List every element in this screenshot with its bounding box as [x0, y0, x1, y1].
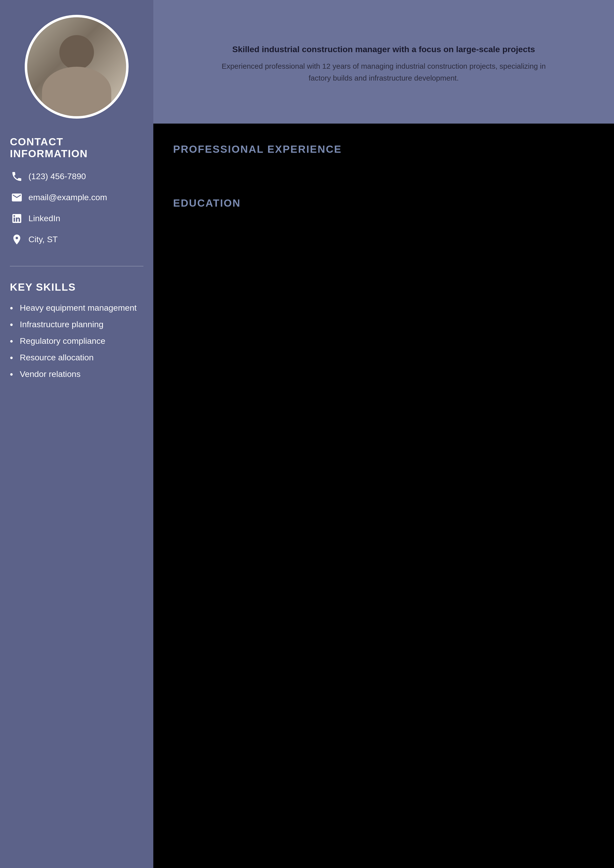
contact-linkedin: LinkedIn [10, 212, 60, 225]
skill-5: Vendor relations [10, 369, 137, 379]
contact-email: email@example.com [10, 191, 107, 204]
location-icon [10, 232, 23, 246]
linkedin-text: LinkedIn [28, 214, 60, 223]
education-section: EDUCATION [153, 177, 614, 231]
summary: Experienced professional with 12 years o… [211, 60, 557, 84]
phone-icon [10, 169, 23, 183]
linkedin-icon [10, 212, 23, 225]
contact-phone: (123) 456-7890 [10, 169, 86, 183]
main-content: Skilled industrial construction manager … [153, 0, 614, 868]
skill-1: Heavy equipment management [10, 303, 137, 313]
contact-section-title: CONTACT INFORMATION [10, 136, 143, 160]
skills-section-title: KEY SKILLS [10, 281, 76, 293]
phone-text: (123) 456-7890 [28, 172, 86, 181]
skills-list: Heavy equipment management Infrastructur… [10, 303, 137, 386]
experience-section: PROFESSIONAL EXPERIENCE [153, 124, 614, 177]
email-icon [10, 191, 23, 204]
header-section: Skilled industrial construction manager … [153, 0, 614, 124]
divider-1 [10, 266, 143, 267]
sidebar: CONTACT INFORMATION (123) 456-7890 email… [0, 0, 153, 868]
skill-2: Infrastructure planning [10, 319, 137, 329]
education-section-title: EDUCATION [173, 197, 594, 209]
experience-section-title: PROFESSIONAL EXPERIENCE [173, 143, 594, 155]
contact-location: City, ST [10, 232, 58, 246]
skill-4: Resource allocation [10, 353, 137, 362]
location-text: City, ST [28, 234, 58, 244]
avatar [25, 15, 129, 119]
avatar-image [27, 17, 126, 116]
tagline: Skilled industrial construction manager … [173, 45, 594, 54]
email-text: email@example.com [28, 192, 107, 202]
skill-3: Regulatory compliance [10, 336, 137, 346]
